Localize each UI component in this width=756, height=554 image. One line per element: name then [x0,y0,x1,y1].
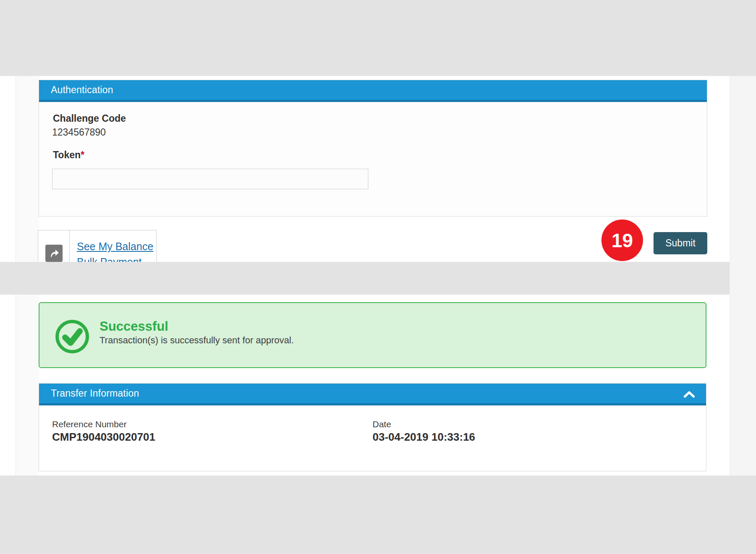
chevron-up-icon[interactable] [683,391,695,398]
success-title: Successful [100,319,168,334]
authentication-panel-header: Authentication [39,80,707,102]
step-annotation-badge: 19 [601,220,643,261]
required-asterisk: * [81,149,84,160]
date-label: Date [373,419,391,429]
check-circle-icon [55,319,90,356]
right-page-edge [730,76,756,476]
success-alert: Successful Transaction(s) is successfull… [39,302,706,368]
quick-links-list: See My Balance Bulk Payment [70,230,156,267]
top-gray-band [0,0,756,76]
challenge-code-label: Challenge Code [53,113,126,124]
authentication-panel-title: Authentication [51,84,113,96]
reference-number-label: Reference Number [52,419,126,429]
reference-number-value: CMP1904030020701 [52,431,155,444]
success-message: Transaction(s) is successfully sent for … [100,335,294,346]
bottom-gray-band [0,476,756,554]
see-my-balance-link[interactable]: See My Balance [77,239,156,254]
middle-gray-band [0,262,756,295]
transfer-information-panel: Transfer Information Reference Number CM… [39,383,706,471]
transfer-information-title: Transfer Information [51,388,139,399]
token-label: Token* [53,149,84,161]
date-value: 03-04-2019 10:33:16 [373,431,475,444]
transfer-information-header[interactable]: Transfer Information [39,384,706,405]
authentication-panel: Authentication Challenge Code 1234567890… [39,80,707,217]
page: Authentication Challenge Code 1234567890… [0,0,756,554]
quick-links-icon-cell [38,230,70,267]
token-input[interactable] [52,169,368,189]
challenge-code-value: 1234567890 [52,127,106,138]
quick-links-box: See My Balance Bulk Payment [38,230,157,267]
submit-button[interactable]: Submit [654,232,707,254]
share-arrow-icon [45,245,63,262]
